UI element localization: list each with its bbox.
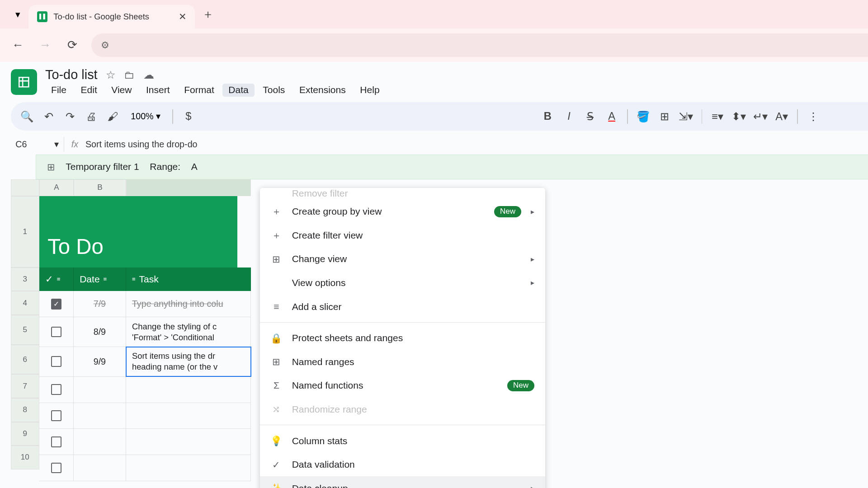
browser-tab-strip: ▾ To-do list - Google Sheets ✕ ＋ — ❐ ✕ xyxy=(0,0,868,28)
date-cell[interactable]: 8/9 xyxy=(74,317,126,347)
menu-item-randomize-range: ⤭Randomize range xyxy=(260,398,545,422)
fill-color-icon[interactable]: 🪣 xyxy=(635,108,651,125)
rotate-icon[interactable]: A▾ xyxy=(774,108,790,125)
browser-nav-bar: ← → ⟳ ⚙ ☆ ⊡ New Chrome available ⋮ xyxy=(0,28,868,62)
task-cell[interactable]: Change the styling of c 'Format' > 'Cond… xyxy=(126,317,251,347)
menu-format[interactable]: Format xyxy=(178,84,220,97)
paint-format-icon[interactable]: 🖌 xyxy=(104,108,121,125)
sheets-logo-icon[interactable] xyxy=(11,69,37,95)
col-header-c[interactable] xyxy=(126,179,251,196)
site-settings-icon[interactable]: ⚙ xyxy=(101,39,113,51)
menu-item-named-ranges[interactable]: ⊞Named ranges xyxy=(260,350,545,374)
menu-help[interactable]: Help xyxy=(354,84,386,97)
forward-button[interactable]: → xyxy=(37,37,54,54)
move-icon[interactable]: 🗀 xyxy=(124,69,135,81)
menu-view[interactable]: View xyxy=(105,84,138,97)
menu-data[interactable]: Data xyxy=(222,84,255,97)
filter-view-banner: ⊞ Temporary filter 1 Range: A Save view … xyxy=(36,155,868,179)
search-icon[interactable]: 🔍 xyxy=(19,108,36,125)
menu-item-add-a-slicer[interactable]: ≡Add a slicer xyxy=(260,295,545,319)
bold-icon[interactable]: B xyxy=(539,108,556,125)
name-box[interactable]: C6▾ xyxy=(11,137,64,152)
task-cell-selected[interactable]: Sort items using the dr heading name (or… xyxy=(126,347,251,376)
checkbox-cell[interactable] xyxy=(39,377,74,403)
table-row: 9/9 Sort items using the dr heading name… xyxy=(39,347,251,377)
menu-file[interactable]: File xyxy=(45,84,72,97)
table-row xyxy=(39,455,251,481)
cloud-status-icon[interactable]: ☁ xyxy=(143,69,154,81)
checkbox-cell[interactable] xyxy=(39,455,74,481)
borders-icon[interactable]: ⊞ xyxy=(656,108,673,125)
undo-icon[interactable]: ↶ xyxy=(40,108,57,125)
table-row: ✓ 7/9 Type anything into colu xyxy=(39,291,251,317)
new-tab-button[interactable]: ＋ xyxy=(202,6,214,22)
header-checkbox[interactable]: ✓ ≡ xyxy=(39,267,74,291)
row-header[interactable]: 9 xyxy=(11,422,39,446)
menu-item-column-stats[interactable]: 💡Column stats xyxy=(260,429,545,453)
header-date[interactable]: Date ≡ xyxy=(74,267,126,291)
task-cell[interactable]: Type anything into colu xyxy=(126,291,251,317)
row-header[interactable]: 4 xyxy=(11,291,39,315)
filter-range-value[interactable]: A xyxy=(191,161,198,172)
document-title[interactable]: To-do list xyxy=(45,67,98,82)
menu-item-data-cleanup[interactable]: ✨Data cleanup▸ xyxy=(260,476,545,488)
row-header[interactable]: 1 xyxy=(11,196,39,267)
title-cell[interactable]: To Do xyxy=(39,196,237,267)
strikethrough-icon[interactable]: S̶ xyxy=(582,108,599,125)
filter-view-name[interactable]: Temporary filter 1 xyxy=(66,161,139,172)
formula-input[interactable]: Sort items using the drop-do xyxy=(85,139,198,150)
menu-item-create-filter-view[interactable]: ＋Create filter view xyxy=(260,223,545,247)
select-all-corner[interactable] xyxy=(11,179,39,196)
menu-item-protect-sheets-and-ranges[interactable]: 🔒Protect sheets and ranges xyxy=(260,326,545,350)
menu-item-view-options[interactable]: View options▸ xyxy=(260,271,545,295)
currency-icon[interactable]: $ xyxy=(180,108,197,125)
table-row xyxy=(39,403,251,429)
filter-view-icon: ⊞ xyxy=(47,161,55,173)
italic-icon[interactable]: I xyxy=(561,108,577,125)
checkbox-cell[interactable] xyxy=(39,429,74,455)
row-header[interactable]: 8 xyxy=(11,398,39,422)
redo-icon[interactable]: ↷ xyxy=(62,108,79,125)
text-color-icon[interactable]: A xyxy=(604,108,620,125)
browser-tab-active[interactable]: To-do list - Google Sheets ✕ xyxy=(28,5,195,29)
more-icon[interactable]: ⋮ xyxy=(805,108,821,125)
date-cell[interactable]: 7/9 xyxy=(74,291,126,317)
col-header-a[interactable]: A xyxy=(39,179,74,196)
col-header-b[interactable]: B xyxy=(74,179,126,196)
menu-item-data-validation[interactable]: ✓Data validation xyxy=(260,453,545,477)
menu-item-remove-filter[interactable]: Remove filter xyxy=(260,188,545,200)
close-tab-icon[interactable]: ✕ xyxy=(179,11,187,22)
menu-item-create-group-by-view[interactable]: ＋Create group by viewNew▸ xyxy=(260,200,545,224)
header-task[interactable]: ≡ Task xyxy=(126,267,251,291)
sheets-header: To-do list ☆ 🗀 ☁ File Edit View Insert F… xyxy=(0,62,868,102)
zoom-select[interactable]: 100% ▾ xyxy=(126,111,165,122)
menu-item-change-view[interactable]: ⊞Change view▸ xyxy=(260,247,545,271)
halign-icon[interactable]: ≡▾ xyxy=(709,108,726,125)
checkbox-cell[interactable] xyxy=(39,347,74,376)
tab-title: To-do list - Google Sheets xyxy=(53,12,172,22)
row-header[interactable]: 6 xyxy=(11,345,39,375)
checkbox-cell[interactable] xyxy=(39,403,74,429)
row-header[interactable]: 5 xyxy=(11,315,39,345)
row-header[interactable]: 3 xyxy=(11,267,39,291)
star-icon[interactable]: ☆ xyxy=(106,69,116,81)
date-cell[interactable]: 9/9 xyxy=(74,347,126,376)
row-header[interactable]: 7 xyxy=(11,374,39,398)
menu-insert[interactable]: Insert xyxy=(140,84,176,97)
valign-icon[interactable]: ⬍▾ xyxy=(731,108,747,125)
print-icon[interactable]: 🖨 xyxy=(83,108,100,125)
row-header[interactable]: 10 xyxy=(11,446,39,469)
menu-edit[interactable]: Edit xyxy=(75,84,103,97)
checkbox-cell[interactable] xyxy=(39,317,74,347)
tab-search-button[interactable]: ▾ xyxy=(7,4,28,25)
menu-tools[interactable]: Tools xyxy=(257,84,291,97)
merge-icon[interactable]: ⇲▾ xyxy=(678,108,694,125)
menu-item-named-functions[interactable]: ΣNamed functionsNew xyxy=(260,374,545,398)
reload-button[interactable]: ⟳ xyxy=(64,37,81,54)
wrap-icon[interactable]: ↵▾ xyxy=(752,108,769,125)
menu-extensions[interactable]: Extensions xyxy=(293,84,352,97)
fx-icon: fx xyxy=(71,139,78,150)
back-button[interactable]: ← xyxy=(9,37,26,54)
address-bar[interactable]: ⚙ ☆ xyxy=(91,33,868,57)
checkbox-cell[interactable]: ✓ xyxy=(39,291,74,317)
